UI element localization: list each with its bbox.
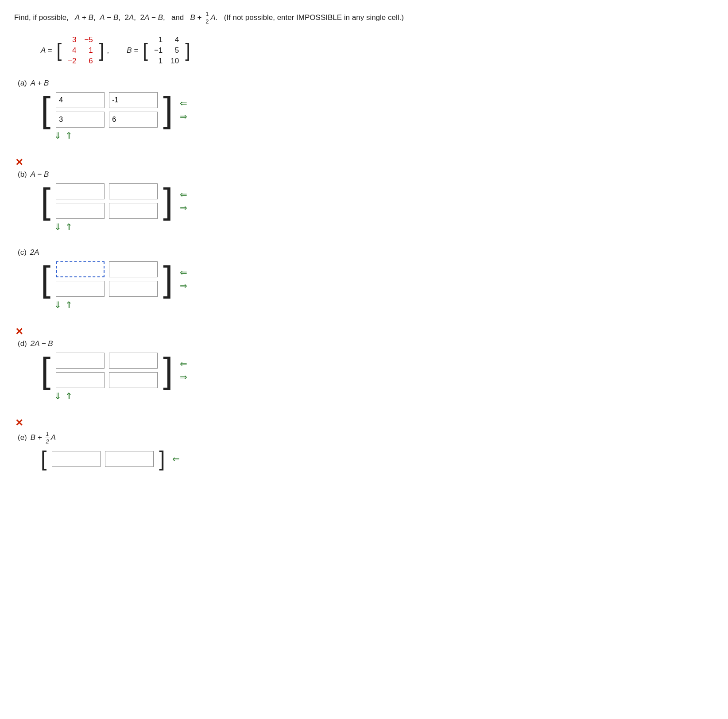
part-a-row0 bbox=[56, 92, 158, 108]
part-d-r1c1[interactable] bbox=[109, 372, 158, 388]
part-b-r0c1[interactable] bbox=[109, 183, 158, 199]
b-r0c0: 1 bbox=[154, 35, 163, 44]
part-a-r1c1[interactable] bbox=[109, 112, 158, 128]
part-a-remove-row-arrow[interactable]: ⇒ bbox=[180, 111, 187, 122]
part-e-rows bbox=[52, 451, 154, 467]
part-e-add-row-arrow[interactable]: ⇐ bbox=[172, 454, 180, 464]
part-b-remove-row-arrow[interactable]: ⇒ bbox=[180, 202, 187, 213]
part-d-remove-row-arrow[interactable]: ⇒ bbox=[180, 372, 187, 382]
part-e-r0c1[interactable] bbox=[105, 451, 154, 467]
bracket-answer-right-d: ] bbox=[163, 355, 173, 385]
part-a-label: (a) A + B bbox=[18, 79, 714, 88]
part-d-add-row-arrow[interactable]: ⇐ bbox=[180, 358, 187, 369]
a-r2c0: −2 bbox=[68, 57, 76, 66]
part-a-remove-col-arrow[interactable]: ⇑ bbox=[65, 130, 73, 141]
bracket-answer-left-c: [ bbox=[41, 264, 50, 294]
a-r1c1: 1 bbox=[84, 46, 93, 55]
part-d-label: (d) 2A − B bbox=[18, 339, 714, 348]
part-a-row-arrows: ⇐ ⇒ bbox=[180, 98, 187, 122]
part-c-row1 bbox=[56, 281, 158, 297]
part-e-letter: (e) bbox=[18, 433, 27, 442]
part-c-r0c1[interactable] bbox=[109, 261, 158, 277]
part-e-row0 bbox=[52, 451, 154, 467]
bracket-answer-right-a: ] bbox=[163, 95, 173, 125]
part-b-letter: (b) bbox=[18, 170, 27, 179]
bracket-left-a: [ bbox=[56, 41, 62, 60]
part-e-expr: B + 12A bbox=[31, 431, 56, 445]
part-c-add-col-arrow[interactable]: ⇓ bbox=[54, 299, 62, 310]
part-a-r0c0[interactable] bbox=[56, 92, 105, 108]
part-a-add-row-arrow[interactable]: ⇐ bbox=[180, 98, 187, 109]
part-a-rows bbox=[56, 92, 158, 128]
part-d-letter: (d) bbox=[18, 339, 27, 348]
part-a-row1 bbox=[56, 112, 158, 128]
matrix-a-grid: 3 −5 4 1 −2 6 bbox=[63, 33, 97, 68]
part-b-section: ✕ (b) A − B [ ] ⇐ ⇒ ⇓ ⇑ bbox=[14, 157, 714, 232]
part-b-r1c1[interactable] bbox=[109, 203, 158, 219]
statement-before: Find, if possible, bbox=[14, 13, 69, 22]
part-e-answer-wrap: [ ] ⇐ bbox=[41, 449, 714, 468]
b-r2c0: 1 bbox=[154, 57, 163, 66]
part-a-r1c0[interactable] bbox=[56, 112, 105, 128]
part-a-letter: (a) bbox=[18, 79, 27, 88]
part-b-remove-col-arrow[interactable]: ⇑ bbox=[65, 222, 73, 232]
part-a-expr: A + B bbox=[31, 79, 49, 88]
part-d-rows bbox=[56, 353, 158, 388]
part-d-answer-wrap: [ ] ⇐ ⇒ bbox=[41, 353, 714, 388]
a-r1c0: 4 bbox=[68, 46, 76, 55]
bracket-answer-right-b: ] bbox=[163, 186, 173, 216]
a-r0c0: 3 bbox=[68, 35, 76, 44]
part-c-remove-row-arrow[interactable]: ⇒ bbox=[180, 280, 187, 291]
part-d-r1c0[interactable] bbox=[56, 372, 105, 388]
part-b-expr: A − B bbox=[31, 170, 49, 179]
part-b-row0 bbox=[56, 183, 158, 199]
expressions: A + B, A − B, 2A, 2A − B, bbox=[75, 13, 165, 22]
b-r1c1: 5 bbox=[170, 46, 179, 55]
part-b-col-arrows: ⇓ ⇑ bbox=[54, 222, 714, 232]
part-c-remove-col-arrow[interactable]: ⇑ bbox=[65, 299, 73, 310]
matrix-b-container: B = [ 1 4 −1 5 1 10 ] bbox=[127, 33, 190, 68]
part-d-col-arrows: ⇓ ⇑ bbox=[54, 391, 714, 401]
matrix-b-label: B = bbox=[127, 46, 138, 55]
part-b-add-row-arrow[interactable]: ⇐ bbox=[180, 189, 187, 200]
part-d-add-col-arrow[interactable]: ⇓ bbox=[54, 391, 62, 401]
bracket-right-a: ] bbox=[99, 41, 105, 60]
matrix-a-container: A = [ 3 −5 4 1 −2 6 ] , bbox=[41, 33, 109, 68]
part-d-r0c1[interactable] bbox=[109, 353, 158, 369]
part-d-row-arrows: ⇐ ⇒ bbox=[180, 358, 187, 382]
a-r2c1: 6 bbox=[84, 57, 93, 66]
part-b-row1 bbox=[56, 203, 158, 219]
part-d-r0c0[interactable] bbox=[56, 353, 105, 369]
part-c-add-row-arrow[interactable]: ⇐ bbox=[180, 267, 187, 278]
given-matrices: A = [ 3 −5 4 1 −2 6 ] , B = [ 1 4 −1 5 1… bbox=[41, 33, 714, 68]
part-a-add-col-arrow[interactable]: ⇓ bbox=[54, 130, 62, 141]
bracket-left-b: [ bbox=[143, 41, 148, 60]
a-r0c1: −5 bbox=[84, 35, 93, 44]
bracket-answer-right-e: ] bbox=[159, 449, 165, 468]
bracket-right-b: ] bbox=[185, 41, 190, 60]
part-b-answer-wrap: [ ] ⇐ ⇒ bbox=[41, 183, 714, 219]
comma-after-a: , bbox=[107, 46, 109, 55]
part-c-r1c0[interactable] bbox=[56, 281, 105, 297]
part-c-row0 bbox=[56, 261, 158, 277]
matrix-a-label: A = bbox=[41, 46, 52, 55]
part-a-r0c1[interactable] bbox=[109, 92, 158, 108]
part-c-answer-wrap: [ ] ⇐ ⇒ bbox=[41, 261, 714, 297]
part-c-r1c1[interactable] bbox=[109, 281, 158, 297]
part-e-r0c0[interactable] bbox=[52, 451, 101, 467]
part-c-label: (c) 2A bbox=[18, 248, 714, 257]
problem-statement: Find, if possible, A + B, A − B, 2A, 2A … bbox=[14, 11, 714, 25]
and-text: and bbox=[171, 13, 184, 22]
b-r1c0: −1 bbox=[154, 46, 163, 55]
part-c-r0c0[interactable] bbox=[56, 261, 105, 277]
part-d-section: ✕ (d) 2A − B [ ] ⇐ ⇒ ⇓ ⇑ bbox=[14, 326, 714, 401]
part-d-remove-col-arrow[interactable]: ⇑ bbox=[65, 391, 73, 401]
part-b-r0c0[interactable] bbox=[56, 183, 105, 199]
part-d-row1 bbox=[56, 372, 158, 388]
part-d-row0 bbox=[56, 353, 158, 369]
b-r0c1: 4 bbox=[170, 35, 179, 44]
part-c-rows bbox=[56, 261, 158, 297]
part-b-r1c0[interactable] bbox=[56, 203, 105, 219]
part-b-add-col-arrow[interactable]: ⇓ bbox=[54, 222, 62, 232]
part-a-col-arrows: ⇓ ⇑ bbox=[54, 130, 714, 141]
